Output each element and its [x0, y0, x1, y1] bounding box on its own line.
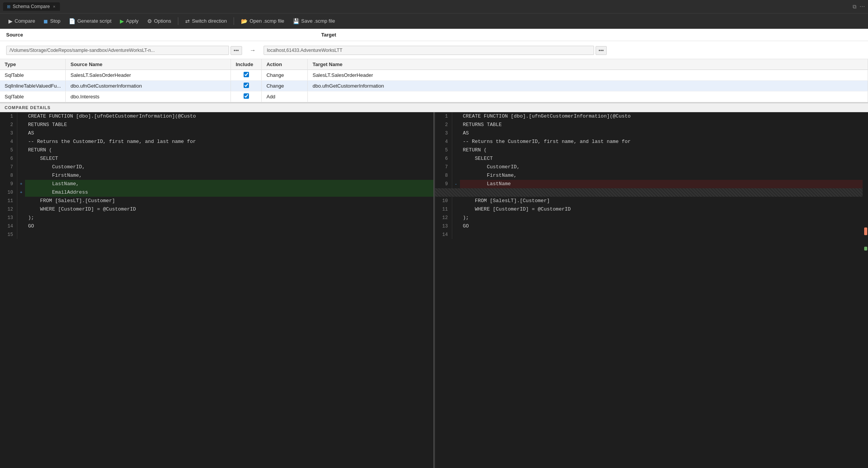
line-content: RETURN ( [25, 146, 433, 154]
source-connection-wrap: /Volumes/Storage/CodeRepos/sample-sandbo… [6, 46, 242, 55]
cell-include [231, 91, 262, 102]
code-line: 5RETURN ( [435, 146, 868, 154]
line-gutter [452, 163, 460, 171]
code-line: 8 FirstName, [435, 171, 868, 180]
line-number: 9 [0, 180, 17, 188]
cell-action: Change [262, 70, 308, 81]
include-checkbox[interactable] [244, 72, 249, 77]
code-line: 14GO [0, 222, 433, 231]
open-scmp-button[interactable]: 📂 Open .scmp file [237, 17, 288, 26]
compare-button[interactable]: ▶ Compare [5, 17, 39, 26]
cell-source-name: SalesLT.SalesOrderHeader [66, 70, 231, 81]
line-number: 1 [0, 112, 17, 121]
line-gutter [452, 154, 460, 163]
save-scmp-button[interactable]: 💾 Save .scmp file [289, 17, 339, 26]
line-gutter [452, 222, 460, 231]
scrollbar-diff-marker-removed [864, 227, 867, 235]
line-gutter [17, 138, 25, 146]
source-path: /Volumes/Storage/CodeRepos/sample-sandbo… [6, 46, 229, 55]
table-row[interactable]: SqlTableSalesLT.SalesOrderHeaderChangeSa… [0, 70, 868, 81]
stop-button[interactable]: ◼ Stop [40, 17, 64, 26]
separator-2 [234, 17, 234, 25]
line-content: GO [25, 222, 433, 231]
code-line: 9- LastName [435, 180, 868, 188]
include-checkbox[interactable] [244, 83, 249, 88]
line-content: AS [25, 129, 433, 138]
line-content: GO [460, 222, 868, 231]
apply-button[interactable]: ▶ Apply [116, 17, 143, 26]
more-options-icon[interactable]: ⋯ [860, 3, 865, 10]
code-line: 6 SELECT [0, 154, 433, 163]
line-number: 10 [0, 188, 17, 197]
comparison-table-wrap: Type Source Name Include Action Target N… [0, 59, 868, 103]
target-code-lines: 1CREATE FUNCTION [dbo].[ufnGetCustomerIn… [435, 112, 868, 239]
switch-direction-icon: ⇄ [185, 18, 190, 24]
compare-icon: ▶ [8, 18, 13, 24]
target-ellipsis-button[interactable]: ••• [596, 46, 607, 55]
compare-details-section: COMPARE DETAILS 1CREATE FUNCTION [dbo].[… [0, 103, 868, 468]
line-content [25, 231, 433, 239]
target-code-pane[interactable]: 1CREATE FUNCTION [dbo].[ufnGetCustomerIn… [435, 112, 868, 468]
code-line: 2RETURNS TABLE [0, 121, 433, 129]
line-number: 6 [435, 154, 452, 163]
line-content: ); [460, 214, 868, 222]
table-row[interactable]: SqlInlineTableValuedFu...dbo.ufnGetCusto… [0, 81, 868, 91]
line-gutter [17, 205, 25, 214]
code-line [435, 188, 868, 197]
line-gutter [452, 171, 460, 180]
line-content: LastName [460, 180, 868, 188]
col-header-target-name: Target Name [308, 59, 868, 70]
tab-close-button[interactable]: × [52, 4, 56, 9]
table-row[interactable]: SqlTabledbo.InterestsAdd [0, 91, 868, 102]
generate-script-button[interactable]: 📄 Generate script [65, 17, 115, 26]
line-gutter [452, 231, 460, 239]
options-button[interactable]: ⚙ Options [143, 17, 175, 26]
line-number: 5 [0, 146, 17, 154]
source-ellipsis-button[interactable]: ••• [231, 46, 242, 55]
col-header-type: Type [0, 59, 66, 70]
code-line: 5RETURN ( [0, 146, 433, 154]
line-content: FROM [SalesLT].[Customer] [25, 197, 433, 205]
line-gutter [452, 214, 460, 222]
cell-type: SqlTable [0, 91, 66, 102]
code-line: 13GO [435, 222, 868, 231]
code-line: 11 WHERE [CustomerID] = @CustomerID [435, 205, 868, 214]
line-number: 14 [0, 222, 17, 231]
toolbar: ▶ Compare ◼ Stop 📄 Generate script ▶ App… [0, 13, 868, 29]
line-number: 7 [435, 163, 452, 171]
line-gutter [17, 231, 25, 239]
schema-compare-tab[interactable]: ⊞ Schema Compare × [3, 2, 60, 11]
code-line: 7 CustomerID, [435, 163, 868, 171]
line-content: FirstName, [460, 171, 868, 180]
open-scmp-icon: 📂 [241, 18, 247, 24]
line-content: CustomerID, [460, 163, 868, 171]
code-line: 12 WHERE [CustomerID] = @CustomerID [0, 205, 433, 214]
comparison-table: Type Source Name Include Action Target N… [0, 59, 868, 102]
line-content: RETURNS TABLE [25, 121, 433, 129]
include-checkbox[interactable] [244, 93, 249, 99]
line-number: 5 [435, 146, 452, 154]
line-number: 10 [435, 197, 452, 205]
source-code-pane[interactable]: 1CREATE FUNCTION [dbo].[ufnGetCustomerIn… [0, 112, 434, 468]
code-line: 4-- Returns the CustomerID, first name, … [435, 138, 868, 146]
scrollbar-diff-marker-added [864, 247, 867, 251]
line-number: 3 [435, 129, 452, 138]
target-section-label: Target [321, 29, 336, 41]
code-line: 3AS [0, 129, 433, 138]
switch-direction-button[interactable]: ⇄ Switch direction [181, 17, 231, 26]
line-content: SELECT [25, 154, 433, 163]
line-content: ); [25, 214, 433, 222]
split-editor-icon[interactable]: ⧉ [853, 3, 856, 10]
cell-source-name: dbo.ufnGetCustomerInformation [66, 81, 231, 91]
line-content: -- Returns the CustomerID, first name, a… [25, 138, 433, 146]
line-gutter: + [17, 188, 25, 197]
line-content: FirstName, [25, 171, 433, 180]
line-content: -- Returns the CustomerID, first name, a… [460, 138, 868, 146]
line-content: CREATE FUNCTION [dbo].[ufnGetCustomerInf… [25, 112, 433, 121]
line-content: FROM [SalesLT].[Customer] [460, 197, 868, 205]
line-number: 7 [0, 163, 17, 171]
scrollbar-track[interactable] [863, 112, 868, 468]
line-number: 4 [0, 138, 17, 146]
cell-target-name: dbo.ufnGetCustomerInformation [308, 81, 868, 91]
code-line: 15 [0, 231, 433, 239]
